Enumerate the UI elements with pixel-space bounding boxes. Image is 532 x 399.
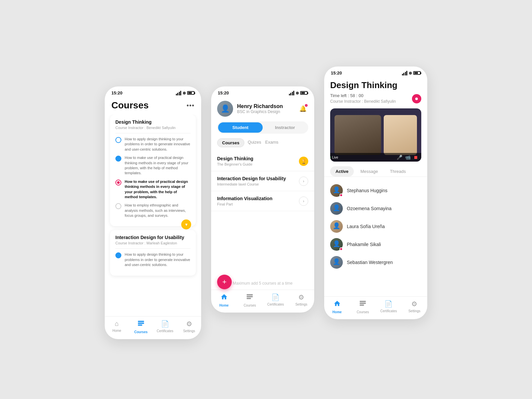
course-card-2[interactable]: Interaction Design for Usability Course … bbox=[110, 230, 196, 275]
detail-instructor: Course Instractor : Benedikt Safiyulin bbox=[330, 99, 421, 104]
inner-tab-quizes[interactable]: Quizes bbox=[247, 138, 262, 147]
toggle-student[interactable]: Student bbox=[218, 122, 263, 133]
svg-rect-2 bbox=[138, 325, 142, 326]
toggle-instructor[interactable]: Instractor bbox=[263, 122, 307, 133]
course-divider-1 bbox=[115, 133, 191, 133]
nav-settings-label-3: Settings bbox=[408, 309, 420, 313]
inner-tab-courses[interactable]: Courses bbox=[217, 138, 244, 147]
nav-courses-3[interactable]: Courses bbox=[350, 300, 376, 314]
phone-profile: 15:20 ⊛ 👤 Henry Richardson bbox=[211, 86, 314, 313]
fab-button[interactable]: + bbox=[217, 275, 232, 289]
bottom-nav-1: ⌂ Home Courses 📄 Certificates ⚙ Settings bbox=[105, 316, 201, 339]
status-bar-3: 15:20 ⊛ bbox=[324, 66, 427, 77]
nav-home-2[interactable]: Home bbox=[211, 293, 237, 307]
av-circle-5: 👤 bbox=[330, 256, 343, 269]
nav-home-1[interactable]: ⌂ Home bbox=[105, 320, 129, 334]
course-list-icon-3: › bbox=[299, 197, 308, 206]
course-list-sub-3: Final Part bbox=[217, 202, 272, 206]
tab-active[interactable]: Active bbox=[330, 166, 354, 177]
nav-certs-2[interactable]: 📄 Certificates bbox=[263, 293, 289, 307]
bell-icon[interactable]: 🔔 ! bbox=[298, 103, 308, 114]
signal-icon-2 bbox=[289, 91, 295, 95]
profile-subtitle: BSC in Graphics Design bbox=[237, 109, 283, 114]
course-list-sub-2: Intermediate lavel Course bbox=[217, 182, 286, 186]
course-list-item-1[interactable]: Design Thinking The Beginner's Guide 🏆 bbox=[211, 151, 314, 171]
participant-name-1: Stephanus Huggins bbox=[347, 188, 387, 193]
certs-icon-3: 📄 bbox=[384, 300, 393, 308]
nav-certs-3[interactable]: 📄 Certificates bbox=[376, 300, 402, 314]
nav-courses-1[interactable]: Courses bbox=[129, 320, 153, 334]
online-dot-1 bbox=[339, 194, 343, 197]
status-icons-3: ⊛ bbox=[402, 71, 421, 75]
tab-message[interactable]: Message bbox=[355, 166, 383, 177]
nav-certs-1[interactable]: 📄 Certificates bbox=[153, 320, 177, 334]
svg-rect-3 bbox=[247, 294, 253, 296]
svg-rect-5 bbox=[247, 298, 251, 299]
course-list-title-2: Interaction Design for Usability bbox=[217, 176, 286, 181]
lesson-dot-5 bbox=[115, 252, 121, 258]
zoom-mic[interactable]: 🎤 bbox=[397, 155, 402, 160]
lesson-dot-4 bbox=[115, 203, 121, 209]
nav-settings-2[interactable]: ⚙ Settings bbox=[289, 293, 315, 307]
more-icon[interactable]: ••• bbox=[187, 102, 195, 109]
zoom-video[interactable]: 📹 bbox=[405, 155, 411, 160]
nav-courses-2[interactable]: Courses bbox=[237, 293, 263, 307]
time-left: Time left : 58 : 00 bbox=[330, 93, 421, 98]
courses-icon-2 bbox=[246, 293, 253, 302]
nav-settings-3[interactable]: ⚙ Settings bbox=[402, 300, 428, 314]
bell-badge: ! bbox=[305, 104, 308, 107]
inner-tab-exams[interactable]: Exams bbox=[265, 138, 279, 147]
course-instructor-1: Course Instractor : Benedikt Safiyulin bbox=[115, 126, 191, 130]
status-bar-1: 15:20 ⊛ bbox=[105, 86, 201, 97]
wifi-icon-3: ⊛ bbox=[409, 71, 412, 75]
courses-list: Design Thinking Course Instractor : Bene… bbox=[105, 115, 201, 316]
live-dot bbox=[330, 156, 331, 158]
participant-4: 👤 Phakamile Sikali bbox=[330, 235, 421, 253]
course-card-1[interactable]: Design Thinking Course Instractor : Bene… bbox=[110, 115, 196, 226]
course-list: Design Thinking The Beginner's Guide 🏆 I… bbox=[211, 151, 314, 211]
courses-icon-3 bbox=[359, 300, 366, 309]
profile-name: Henry Richardson bbox=[237, 103, 283, 109]
participant-avatar-3: 👤 bbox=[330, 220, 343, 233]
lesson-item-2: How to make use of practical design thin… bbox=[115, 155, 191, 176]
nav-home-label-1: Home bbox=[112, 329, 121, 332]
svg-rect-7 bbox=[360, 303, 366, 304]
tab-threads[interactable]: Threads bbox=[385, 166, 411, 177]
zoom-end[interactable]: ⏹ bbox=[413, 155, 418, 160]
course-list-item-2[interactable]: Interaction Design for Usability Interme… bbox=[211, 171, 314, 191]
participant-avatar-1: 👤 bbox=[330, 184, 343, 197]
zoom-bar: Live 🎤 📹 ⏹ bbox=[330, 153, 421, 162]
settings-icon-2: ⚙ bbox=[298, 293, 304, 301]
participant-avatar-5: 👤 bbox=[330, 256, 343, 269]
course-instructor-2: Course Instractor : Marleah Eagleston bbox=[115, 241, 191, 245]
certs-icon-2: 📄 bbox=[271, 293, 280, 301]
nav-certs-label-2: Certificates bbox=[267, 303, 284, 306]
profile-info: Henry Richardson BSC in Graphics Design bbox=[237, 103, 283, 114]
course-list-icon-1: 🏆 bbox=[299, 157, 308, 166]
time-2: 15:20 bbox=[218, 90, 229, 95]
nav-certs-label-3: Certificates bbox=[380, 309, 397, 313]
nav-home-label-3: Home bbox=[332, 310, 342, 314]
participant-name-5: Sebastian Westergren bbox=[347, 260, 393, 265]
course-list-item-3[interactable]: Information Visualization Final Part › bbox=[211, 191, 314, 211]
nav-home-3[interactable]: Home bbox=[324, 300, 350, 314]
course-divider-2 bbox=[115, 248, 191, 249]
av-circle-2: 👤 bbox=[330, 202, 343, 215]
status-icons-1: ⊛ bbox=[176, 91, 195, 95]
lesson-item-5: How to apply design thinking to your pro… bbox=[115, 252, 191, 267]
svg-rect-6 bbox=[360, 301, 366, 302]
page-header-1: Courses ••• bbox=[105, 97, 201, 115]
course-list-sub-1: The Beginner's Guide bbox=[217, 162, 253, 166]
participant-3: 👤 Laura Sofía Ureña bbox=[330, 217, 421, 235]
nav-settings-label-2: Settings bbox=[295, 303, 307, 306]
nav-settings-1[interactable]: ⚙ Settings bbox=[177, 320, 201, 334]
toggle-tabs: Student Instractor bbox=[217, 121, 308, 134]
record-icon[interactable]: ⏺ bbox=[412, 94, 421, 103]
wifi-icon-2: ⊛ bbox=[296, 91, 299, 95]
settings-icon-3: ⚙ bbox=[411, 300, 417, 308]
course-list-info-2: Interaction Design for Usability Interme… bbox=[217, 176, 286, 186]
svg-rect-8 bbox=[360, 305, 364, 306]
bottom-nav-2: Home Courses 📄 Certificates ⚙ Settings bbox=[211, 290, 314, 313]
phone1-content: Courses ••• Design Thinking Course Instr… bbox=[105, 97, 201, 339]
detail-title: Design Thinking bbox=[330, 80, 421, 90]
